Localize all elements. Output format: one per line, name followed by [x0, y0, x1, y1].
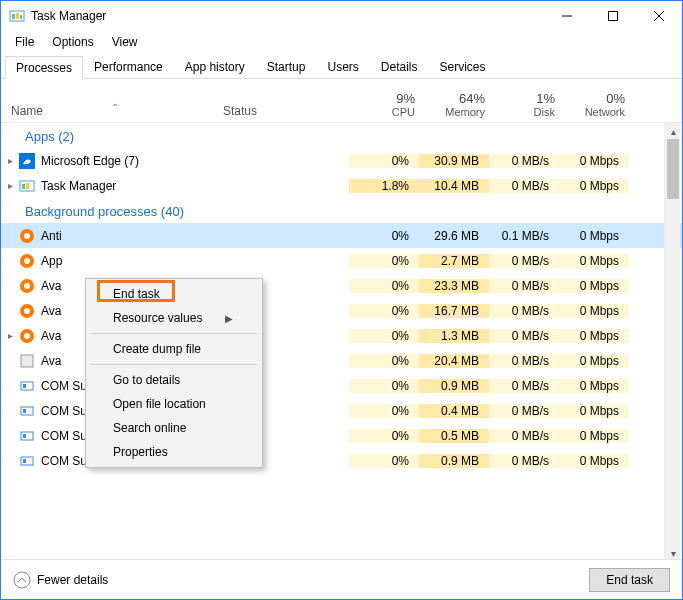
svg-rect-29 [21, 457, 33, 465]
ctx-resource-values[interactable]: Resource values▶ [89, 306, 259, 330]
fewer-details-label: Fewer details [37, 573, 108, 587]
ctx-search-online[interactable]: Search online [89, 416, 259, 440]
menu-file[interactable]: File [7, 33, 42, 51]
svg-rect-22 [21, 355, 33, 367]
svg-rect-27 [21, 432, 33, 440]
col-status[interactable]: Status [223, 104, 355, 118]
tab-users[interactable]: Users [316, 55, 369, 78]
footer: Fewer details End task [1, 559, 682, 599]
cell-net: 0 Mbps [559, 154, 629, 168]
net-label: Network [565, 106, 625, 118]
ctx-separator [91, 333, 257, 334]
cell-net: 0 Mbps [559, 229, 629, 243]
cpu-label: CPU [355, 106, 415, 118]
ctx-separator [91, 364, 257, 365]
tabstrip: Processes Performance App history Startu… [1, 55, 682, 79]
process-name: Ava [41, 304, 61, 318]
titlebar: Task Manager [1, 1, 682, 31]
svg-point-13 [24, 233, 30, 239]
col-memory[interactable]: 64% Memory [425, 91, 495, 118]
cell-mem: 30.9 MB [419, 154, 489, 168]
process-name: Ava [41, 279, 61, 293]
tab-services[interactable]: Services [429, 55, 497, 78]
edge-icon [19, 153, 35, 169]
process-name: Anti [41, 229, 62, 243]
svg-rect-1 [12, 14, 15, 19]
tab-performance[interactable]: Performance [83, 55, 174, 78]
svg-rect-23 [21, 382, 33, 390]
net-pct: 0% [565, 91, 625, 106]
cell-disk: 0 MB/s [489, 154, 559, 168]
process-name: Ava [41, 329, 61, 343]
cell-net: 0 Mbps [559, 179, 629, 193]
avast-icon [19, 253, 35, 269]
svg-rect-28 [23, 434, 26, 438]
vertical-scrollbar[interactable]: ▴ ▾ [664, 123, 680, 561]
sort-indicator-icon: ⌃ [111, 102, 119, 113]
process-name: App [41, 254, 62, 268]
svg-rect-24 [23, 384, 26, 388]
process-row-edge[interactable]: ▸ Microsoft Edge (7) 0% 30.9 MB 0 MB/s 0… [1, 148, 682, 173]
cell-cpu: 0% [349, 154, 419, 168]
avast-icon [19, 303, 35, 319]
col-name-label: Name [11, 104, 43, 118]
col-status-label: Status [223, 104, 257, 118]
fewer-details-button[interactable]: Fewer details [13, 571, 108, 589]
svg-rect-3 [20, 15, 22, 19]
chevron-up-circle-icon [13, 571, 31, 589]
tab-details[interactable]: Details [370, 55, 429, 78]
disk-pct: 1% [495, 91, 555, 106]
group-background[interactable]: Background processes (40) [1, 198, 682, 223]
column-headers: ⌃ Name Status 9% CPU 64% Memory 1% Disk … [1, 79, 682, 123]
expand-icon[interactable]: ▸ [1, 155, 19, 166]
cpu-pct: 9% [355, 91, 415, 106]
avast-icon [19, 278, 35, 294]
menubar: File Options View [1, 31, 682, 55]
maximize-button[interactable] [590, 1, 636, 31]
scroll-thumb[interactable] [667, 139, 679, 199]
process-name: Ava [41, 354, 61, 368]
tab-apphistory[interactable]: App history [174, 55, 256, 78]
window-title: Task Manager [31, 9, 544, 23]
expand-icon[interactable]: ▸ [1, 180, 19, 191]
menu-view[interactable]: View [104, 33, 146, 51]
ctx-properties[interactable]: Properties [89, 440, 259, 464]
context-menu: End task Resource values▶ Create dump fi… [85, 278, 263, 468]
process-row-app[interactable]: App 0% 2.7 MB 0 MB/s 0 Mbps [1, 248, 682, 273]
generic-app-icon [19, 353, 35, 369]
col-disk[interactable]: 1% Disk [495, 91, 565, 118]
window-controls [544, 1, 682, 31]
svg-rect-25 [21, 407, 33, 415]
svg-point-21 [24, 333, 30, 339]
tab-startup[interactable]: Startup [256, 55, 317, 78]
tab-processes[interactable]: Processes [5, 56, 83, 79]
ctx-end-task[interactable]: End task [89, 282, 259, 306]
scroll-up-icon[interactable]: ▴ [665, 123, 681, 139]
col-network[interactable]: 0% Network [565, 91, 635, 118]
svg-rect-5 [609, 12, 618, 21]
svg-rect-26 [23, 409, 26, 413]
process-row-anti[interactable]: Anti 0% 29.6 MB 0.1 MB/s 0 Mbps [1, 223, 682, 248]
avast-icon [19, 328, 35, 344]
menu-options[interactable]: Options [44, 33, 101, 51]
col-cpu[interactable]: 9% CPU [355, 91, 425, 118]
expand-icon[interactable]: ▸ [1, 330, 19, 341]
end-task-button[interactable]: End task [589, 568, 670, 592]
group-apps[interactable]: Apps (2) [1, 123, 682, 148]
ctx-create-dump[interactable]: Create dump file [89, 337, 259, 361]
mem-pct: 64% [425, 91, 485, 106]
svg-point-31 [14, 572, 30, 588]
minimize-button[interactable] [544, 1, 590, 31]
group-background-label: Background processes (40) [13, 204, 229, 219]
submenu-arrow-icon: ▶ [225, 313, 233, 324]
ctx-open-location[interactable]: Open file location [89, 392, 259, 416]
avast-icon [19, 228, 35, 244]
process-name: Microsoft Edge (7) [41, 154, 139, 168]
com-icon [19, 378, 35, 394]
com-icon [19, 428, 35, 444]
close-button[interactable] [636, 1, 682, 31]
col-name[interactable]: ⌃ Name [1, 104, 223, 118]
ctx-go-details[interactable]: Go to details [89, 368, 259, 392]
svg-rect-2 [16, 13, 19, 19]
process-row-taskmanager[interactable]: ▸ Task Manager 1.8% 10.4 MB 0 MB/s 0 Mbp… [1, 173, 682, 198]
